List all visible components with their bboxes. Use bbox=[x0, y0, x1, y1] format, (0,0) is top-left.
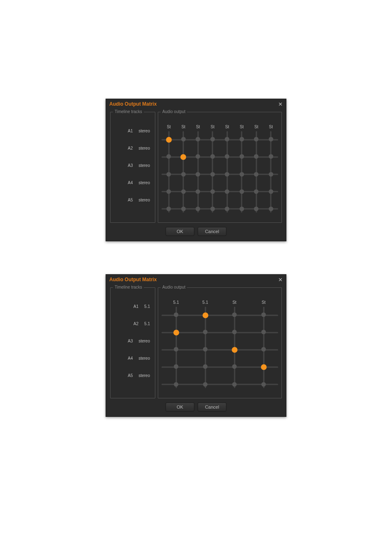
matrix-node[interactable] bbox=[261, 347, 266, 352]
matrix-node[interactable] bbox=[210, 190, 215, 194]
track-type: stereo bbox=[138, 373, 150, 378]
titlebar: Audio Output Matrix✕ bbox=[106, 275, 286, 284]
matrix-node[interactable] bbox=[225, 137, 229, 141]
close-icon[interactable]: ✕ bbox=[278, 277, 283, 282]
ok-button[interactable]: OK bbox=[166, 402, 194, 412]
matrix-node[interactable] bbox=[254, 172, 258, 177]
matrix-node[interactable] bbox=[181, 137, 186, 141]
track-id: A1 bbox=[128, 129, 133, 133]
matrix-node[interactable] bbox=[240, 190, 244, 194]
track-id: A3 bbox=[128, 339, 133, 343]
matrix-node[interactable] bbox=[203, 312, 208, 318]
matrix-node[interactable] bbox=[166, 154, 171, 159]
matrix-node[interactable] bbox=[225, 207, 229, 211]
matrix-node[interactable] bbox=[225, 172, 229, 177]
track-type: 5.1 bbox=[144, 304, 150, 309]
matrix-node[interactable] bbox=[261, 364, 267, 370]
matrix-node[interactable] bbox=[240, 154, 244, 159]
track-type: stereo bbox=[138, 356, 150, 361]
track-id: A1 bbox=[134, 304, 138, 309]
track-row: A1stereo bbox=[114, 122, 152, 139]
matrix-node[interactable] bbox=[196, 137, 200, 141]
audio-output-matrix-dialog: Audio Output Matrix✕Timeline tracksA15.1… bbox=[106, 274, 286, 417]
matrix-row bbox=[161, 341, 278, 358]
track-row: A25.1 bbox=[114, 315, 152, 332]
matrix-node[interactable] bbox=[196, 207, 200, 211]
timeline-tracks-legend: Timeline tracks bbox=[113, 109, 144, 114]
matrix-node[interactable] bbox=[166, 172, 171, 177]
matrix-node[interactable] bbox=[261, 382, 266, 387]
matrix-node[interactable] bbox=[196, 172, 200, 177]
matrix-node[interactable] bbox=[240, 137, 244, 141]
track-row: A2stereo bbox=[114, 139, 152, 157]
matrix-node[interactable] bbox=[203, 347, 208, 352]
matrix-node[interactable] bbox=[166, 207, 171, 211]
matrix-node[interactable] bbox=[254, 137, 258, 141]
matrix-node[interactable] bbox=[203, 382, 208, 387]
matrix-node[interactable] bbox=[174, 347, 178, 352]
matrix-node[interactable] bbox=[269, 207, 273, 211]
track-id: A5 bbox=[128, 373, 133, 378]
cancel-button[interactable]: Cancel bbox=[198, 402, 226, 412]
matrix-row bbox=[161, 358, 278, 376]
audio-output-group: Audio output5.15.1StSt bbox=[158, 287, 282, 398]
track-row: A3stereo bbox=[114, 332, 152, 349]
matrix-node[interactable] bbox=[173, 330, 179, 335]
matrix-node[interactable] bbox=[232, 364, 237, 369]
matrix-row bbox=[161, 148, 278, 166]
matrix-node[interactable] bbox=[240, 172, 244, 177]
matrix-node[interactable] bbox=[225, 190, 229, 194]
matrix-node[interactable] bbox=[210, 137, 215, 141]
cancel-button[interactable]: Cancel bbox=[198, 227, 226, 236]
matrix-node[interactable] bbox=[166, 137, 172, 143]
matrix-node[interactable] bbox=[269, 137, 273, 141]
matrix-node[interactable] bbox=[166, 190, 171, 194]
track-type: stereo bbox=[138, 198, 150, 202]
timeline-tracks-legend: Timeline tracks bbox=[113, 285, 144, 289]
track-id: A2 bbox=[134, 321, 138, 326]
matrix-node[interactable] bbox=[232, 330, 237, 334]
matrix-node[interactable] bbox=[181, 207, 186, 211]
matrix-node[interactable] bbox=[225, 154, 229, 159]
matrix-node[interactable] bbox=[196, 190, 200, 194]
matrix-node[interactable] bbox=[240, 207, 244, 211]
matrix-node[interactable] bbox=[174, 364, 178, 369]
matrix-node[interactable] bbox=[232, 347, 238, 353]
matrix-node[interactable] bbox=[269, 154, 273, 159]
matrix-node[interactable] bbox=[210, 154, 215, 159]
matrix-node[interactable] bbox=[254, 154, 258, 159]
matrix-node[interactable] bbox=[210, 207, 215, 211]
track-id: A4 bbox=[128, 180, 133, 185]
track-row: A4stereo bbox=[114, 349, 152, 367]
matrix-node[interactable] bbox=[196, 154, 200, 159]
matrix-node[interactable] bbox=[232, 382, 237, 387]
audio-output-legend: Audio output bbox=[161, 285, 187, 289]
track-type: stereo bbox=[138, 339, 150, 343]
close-icon[interactable]: ✕ bbox=[278, 102, 283, 107]
matrix-node[interactable] bbox=[269, 190, 273, 194]
matrix-node[interactable] bbox=[261, 312, 266, 317]
matrix-node[interactable] bbox=[181, 190, 186, 194]
matrix-node[interactable] bbox=[180, 154, 186, 160]
matrix-node[interactable] bbox=[210, 172, 215, 177]
matrix-node[interactable] bbox=[232, 312, 237, 317]
dialog-title: Audio Output Matrix bbox=[109, 277, 157, 282]
matrix-node[interactable] bbox=[203, 330, 208, 334]
matrix-node[interactable] bbox=[254, 207, 258, 211]
matrix-node[interactable] bbox=[261, 330, 266, 334]
timeline-tracks-group: Timeline tracksA15.1A25.1A3stereoA4stere… bbox=[110, 287, 155, 398]
audio-output-legend: Audio output bbox=[161, 109, 187, 114]
matrix-node[interactable] bbox=[174, 382, 178, 387]
track-type: stereo bbox=[138, 180, 150, 185]
matrix-node[interactable] bbox=[203, 364, 208, 369]
matrix-node[interactable] bbox=[174, 312, 178, 317]
matrix-node[interactable] bbox=[254, 190, 258, 194]
track-row: A15.1 bbox=[114, 298, 152, 315]
matrix-row bbox=[161, 200, 278, 217]
matrix-node[interactable] bbox=[269, 172, 273, 177]
matrix-node[interactable] bbox=[181, 172, 186, 177]
ok-button[interactable]: OK bbox=[166, 227, 194, 236]
track-id: A4 bbox=[128, 356, 133, 361]
audio-output-matrix-dialog: Audio Output Matrix✕Timeline tracksA1ste… bbox=[106, 99, 286, 241]
track-type: stereo bbox=[138, 129, 150, 133]
